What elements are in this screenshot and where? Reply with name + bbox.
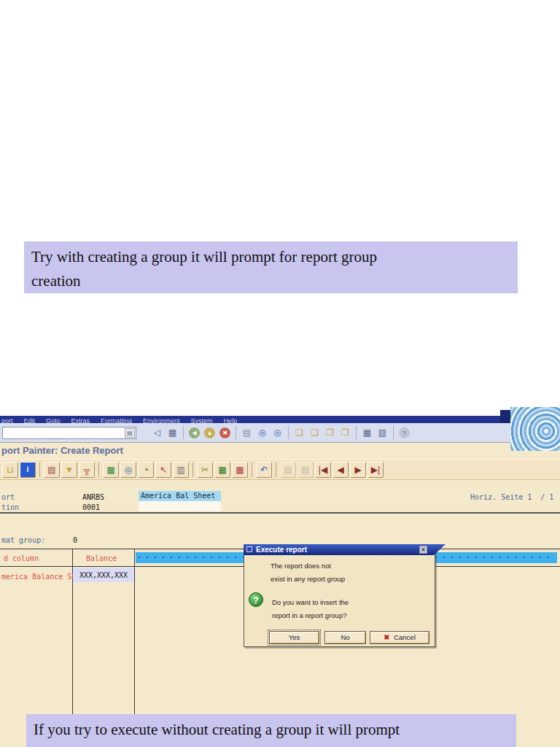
menu-item-report[interactable]: port <box>1 417 13 423</box>
balance-header: Balance <box>86 554 117 562</box>
save-icon[interactable]: ▦ <box>166 426 179 439</box>
dialog-message-line2: exist in any report group <box>271 575 345 583</box>
standard-toolbar: ▤ ◁▦◀▲✖▤◎◎❏❏❐❐▦▧? <box>0 423 560 443</box>
dialog-close-icon[interactable]: ✕ <box>419 546 427 554</box>
section-value: 0001 <box>82 503 100 511</box>
menu-row: portEditGotoExtrasFormattingEnvironmentS… <box>0 416 560 423</box>
menu-item-formatting[interactable]: Formatting <box>101 417 132 423</box>
page-info: Horiz. Seite 1 / 1 <box>470 493 553 501</box>
table-row-label: merica Balance Sh <box>1 573 76 581</box>
report-description-field[interactable]: America Bal Sheet <box>139 491 221 501</box>
menu-item-help[interactable]: Help <box>224 417 238 423</box>
toolbar-separator <box>276 462 276 477</box>
exit-icon[interactable]: ▲ <box>204 427 215 438</box>
execute-report-dialog: The report does not exist in any report … <box>244 544 446 649</box>
section-label: tion <box>1 503 19 511</box>
screen-title: port Painter: Create Report <box>1 445 123 456</box>
select-block-icon[interactable]: ↖ <box>155 462 171 478</box>
no-button[interactable]: No <box>324 631 366 644</box>
print-icon[interactable]: ▤ <box>44 462 60 478</box>
hierarchy-icon[interactable]: ╦ <box>79 462 95 478</box>
menu-item-extras[interactable]: Extras <box>71 417 90 423</box>
table-vline-2 <box>134 549 135 714</box>
menu-item-environment[interactable]: Environment <box>143 417 180 423</box>
cancel-icon[interactable]: ✖ <box>219 427 230 438</box>
command-field[interactable]: ▤ <box>2 427 136 439</box>
application-toolbar: ⊔i▤▼╦▦◎◔↖▥✂▦▦↶▤▤|◀◀▶▶| <box>0 459 560 480</box>
balance-cell[interactable]: XXX,XXX,XXX <box>73 568 134 582</box>
last-page-icon[interactable]: ❐ <box>338 426 352 439</box>
annotation-bottom: If you try to execute without creating a… <box>26 714 516 747</box>
info-icon[interactable]: i <box>20 462 36 478</box>
new-session-icon[interactable]: ▦ <box>360 426 374 439</box>
toolbar-separator <box>98 462 99 477</box>
dialog-body: The report does not exist in any report … <box>244 545 435 647</box>
annotation-bottom-line1: If you try to execute without creating a… <box>34 721 400 738</box>
format-group-value: 0 <box>73 536 77 544</box>
clock-icon[interactable]: ◔ <box>138 462 154 478</box>
dialog-question-line2: report in a report group? <box>272 611 346 619</box>
sap-ripple-logo <box>510 407 560 451</box>
toolbar-separator <box>183 426 184 439</box>
check-report-icon[interactable]: ◎ <box>120 462 136 478</box>
filter-icon[interactable]: ▼ <box>61 462 77 478</box>
unlock-icon[interactable]: ⊔ <box>2 462 18 478</box>
previous-column-icon[interactable]: ◀ <box>332 462 349 478</box>
enter-icon[interactable]: ◁ <box>150 426 164 439</box>
next-screen-icon: ▤ <box>298 462 314 478</box>
report-value: ANRBS <box>82 493 104 501</box>
dialog-title: Execute report <box>256 544 307 555</box>
question-icon: ? <box>249 592 263 607</box>
annotation-top-line2: creation <box>31 272 81 290</box>
annotation-bottom-line2: for report group creation <box>34 745 184 747</box>
export-icon[interactable]: ▦ <box>214 462 230 478</box>
find-icon[interactable]: ◎ <box>255 426 269 439</box>
cancel-x-icon: ✖ <box>384 633 389 641</box>
next-column-icon[interactable]: ▶ <box>350 462 366 478</box>
insert-element-icon[interactable]: ▦ <box>103 462 119 478</box>
first-column-icon[interactable]: |◀ <box>315 462 331 478</box>
menu-bar: portEditGotoExtrasFormattingEnvironmentS… <box>0 416 560 423</box>
import-icon[interactable]: ▦ <box>232 462 248 478</box>
toolbar-separator <box>393 426 394 439</box>
report-label: ort <box>1 493 15 501</box>
page: Try with creating a group it will prompt… <box>0 0 560 747</box>
annotation-top: Try with creating a group it will prompt… <box>24 241 518 293</box>
back-icon[interactable]: ◀ <box>189 427 200 438</box>
help-icon[interactable]: ? <box>399 427 410 438</box>
dialog-title-bar[interactable]: Execute report ✕ <box>244 544 446 555</box>
menu-item-edit[interactable]: Edit <box>24 417 36 423</box>
dialog-window-icon <box>246 546 252 552</box>
prev-screen-icon: ▤ <box>280 462 296 478</box>
dialog-question-line1: Do you want to insert the <box>272 598 349 606</box>
format-group-label: mat group: <box>1 536 45 544</box>
delete-icon[interactable]: ▥ <box>173 462 189 478</box>
toolbar-separator <box>236 426 236 439</box>
cancel-button[interactable]: ✖Cancel <box>370 631 429 644</box>
yes-button[interactable]: Yes <box>269 631 319 644</box>
toolbar-separator <box>39 462 40 477</box>
cancel-button-label: Cancel <box>394 633 416 641</box>
command-field-menu-icon[interactable]: ▤ <box>125 428 135 438</box>
first-page-icon[interactable]: ❏ <box>292 426 306 439</box>
menu-item-system[interactable]: System <box>191 417 213 423</box>
standard-toolbar-icons: ◁▦◀▲✖▤◎◎❏❏❐❐▦▧? <box>149 425 412 440</box>
command-input[interactable] <box>4 428 125 438</box>
shortcut-icon[interactable]: ▧ <box>376 426 389 439</box>
toolbar-separator <box>288 426 289 439</box>
menu-item-goto[interactable]: Goto <box>46 417 61 423</box>
toolbar-separator <box>192 462 193 477</box>
toolbar-separator <box>356 426 357 439</box>
print-page-icon[interactable]: ▤ <box>240 426 254 439</box>
dialog-message-line1: The report does not <box>271 562 331 570</box>
last-column-icon[interactable]: ▶| <box>368 462 384 478</box>
find-next-icon[interactable]: ◎ <box>271 426 284 439</box>
next-page-icon[interactable]: ❐ <box>323 426 337 439</box>
toolbar-separator <box>252 462 252 477</box>
description-field-empty[interactable] <box>139 501 221 511</box>
cut-icon[interactable]: ✂ <box>197 462 213 478</box>
previous-page-icon[interactable]: ❏ <box>308 426 322 439</box>
section-divider <box>0 512 560 514</box>
undo-icon[interactable]: ↶ <box>256 462 272 478</box>
lead-column-header: d column <box>4 554 39 562</box>
